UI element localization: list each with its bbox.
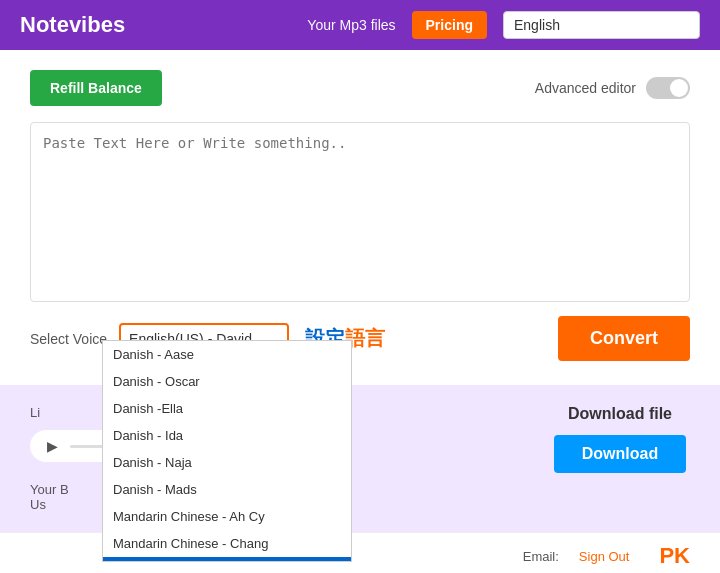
advanced-editor-label: Advanced editor [535,80,636,96]
advanced-editor-toggle[interactable] [646,77,690,99]
app-logo: Notevibes [20,12,287,38]
download-button[interactable]: Download [554,435,686,473]
list-item[interactable]: Danish -Ella [103,395,351,422]
main-content: Refill Balance Advanced editor Select Vo… [0,50,720,385]
header: Notevibes Your Mp3 files Pricing [0,0,720,50]
sign-out-link[interactable]: Sign Out [579,549,630,564]
pricing-button[interactable]: Pricing [412,11,487,39]
list-item[interactable]: Danish - Naja [103,449,351,476]
list-item[interactable]: Danish - Oscar [103,368,351,395]
list-item[interactable]: Danish - Ida [103,422,351,449]
text-input[interactable] [30,122,690,302]
list-item[interactable]: Mandarin Chinese - Ah Cy [103,503,351,530]
list-item-selected[interactable]: Mandarin Chinese - Bai [103,557,351,561]
advanced-editor-section: Advanced editor [535,77,690,99]
voice-dropdown-list: Danish - Aase Danish - Oscar Danish -Ell… [103,341,351,561]
select-voice-label: Select Voice [30,331,107,347]
list-item[interactable]: Danish - Aase [103,341,351,368]
mp3-files-link[interactable]: Your Mp3 files [307,17,395,33]
top-bar: Refill Balance Advanced editor [30,70,690,106]
list-item[interactable]: Mandarin Chinese - Chang [103,530,351,557]
pk-logo: PK [659,543,690,569]
language-input[interactable] [503,11,700,39]
email-label: Email: [523,549,559,564]
refill-balance-button[interactable]: Refill Balance [30,70,162,106]
convert-button[interactable]: Convert [558,316,690,361]
list-item[interactable]: Danish - Mads [103,476,351,503]
header-nav: Your Mp3 files Pricing [307,11,700,39]
download-file-title: Download file [568,405,672,423]
play-button[interactable]: ▶ [42,436,62,456]
voice-dropdown[interactable]: Danish - Aase Danish - Oscar Danish -Ell… [102,340,352,562]
bottom-right: Download file Download [520,385,720,532]
